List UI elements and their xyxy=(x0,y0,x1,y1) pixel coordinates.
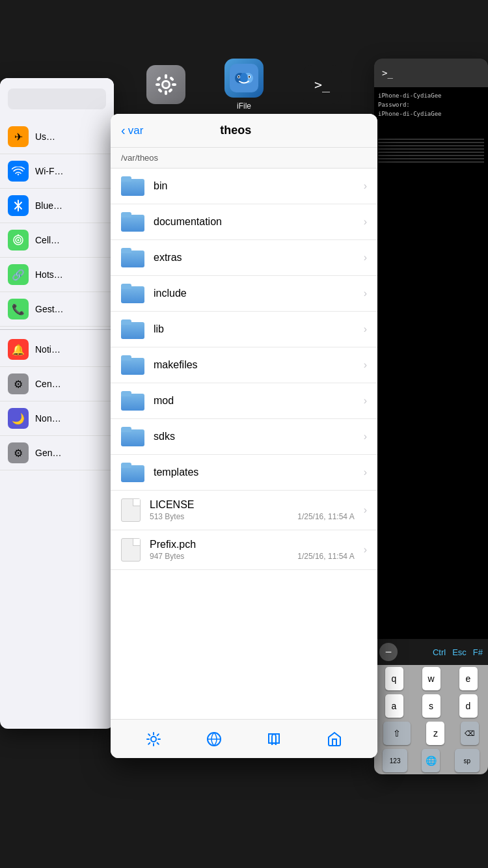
file-info: documentation xyxy=(154,216,355,228)
fn-btn[interactable]: F# xyxy=(473,647,483,657)
file-item-prefix[interactable]: Prefix.pch 947 Bytes 1/25/16, 11:54 A › xyxy=(111,530,377,570)
key-globe[interactable]: 🌐 xyxy=(422,749,440,772)
settings-icon-general: ⚙ xyxy=(8,442,29,463)
settings-item[interactable]: Blue… xyxy=(0,189,114,223)
file-name: include xyxy=(154,288,355,299)
svg-point-16 xyxy=(238,76,239,78)
file-icon xyxy=(121,538,141,562)
ifile-app-switcher[interactable]: iFile xyxy=(224,59,264,111)
svg-rect-5 xyxy=(172,83,176,86)
folder-item-sdks[interactable]: sdks › xyxy=(111,419,377,455)
settings-item[interactable]: ⚙ Gen… xyxy=(0,436,114,470)
settings-label: Hots… xyxy=(35,269,63,280)
settings-item[interactable]: Cell… xyxy=(0,223,114,258)
key-delete[interactable]: ⌫ xyxy=(461,722,479,745)
settings-icon-bluetooth xyxy=(8,195,29,216)
folder-icon xyxy=(121,355,144,375)
back-label: var xyxy=(128,124,144,137)
terminal-line xyxy=(378,155,484,156)
key-z[interactable]: z xyxy=(426,722,444,745)
settings-icon-control: ⚙ xyxy=(8,373,29,394)
minus-button[interactable]: − xyxy=(379,643,398,661)
keyboard-row-1: q w e xyxy=(374,665,488,692)
file-item-license[interactable]: LICENSE 513 Bytes 1/25/16, 11:54 A › xyxy=(111,491,377,530)
svg-rect-4 xyxy=(156,83,160,86)
file-info: templates xyxy=(154,467,355,478)
settings-item[interactable]: 🌙 Non… xyxy=(0,401,114,436)
key-q[interactable]: q xyxy=(385,667,403,690)
folder-item-include[interactable]: include › xyxy=(111,276,377,312)
file-date: 1/25/16, 11:54 A xyxy=(297,512,354,521)
settings-item[interactable]: ✈ Us… xyxy=(0,120,114,154)
folder-item-mod[interactable]: mod › xyxy=(111,383,377,419)
toolbar-gear[interactable] xyxy=(146,731,161,747)
settings-icon-cellular xyxy=(8,230,29,251)
terminal-line xyxy=(378,158,484,159)
settings-item[interactable]: Wi-F… xyxy=(0,154,114,189)
settings-icon-wifi xyxy=(8,161,29,182)
svg-point-22 xyxy=(151,737,156,742)
keyboard-area: − Ctrl Esc F# q w e a s d ⇧ z ⌫ 123 🌐 sp xyxy=(374,639,488,774)
file-list: bin › documentation › extras › include › xyxy=(111,169,377,728)
key-s[interactable]: s xyxy=(422,694,441,718)
file-name: extras xyxy=(154,252,355,264)
settings-label: Blue… xyxy=(35,200,62,211)
svg-rect-6 xyxy=(156,76,161,81)
key-space[interactable]: sp xyxy=(455,749,480,772)
file-name: lib xyxy=(154,323,355,335)
settings-item[interactable]: 🔔 Noti… xyxy=(0,332,114,367)
chevron-right-icon: › xyxy=(364,252,367,264)
settings-app-switcher[interactable] xyxy=(146,65,185,104)
folder-item-lib[interactable]: lib › xyxy=(111,312,377,347)
file-info: include xyxy=(154,288,355,299)
settings-item[interactable]: ⚙ Cen… xyxy=(0,367,114,401)
file-icon xyxy=(121,498,141,522)
terminal-line xyxy=(378,161,484,163)
ifile-panel: ‹ var theos /var/theos bin › documentati… xyxy=(111,114,377,758)
settings-icon-airplane: ✈ xyxy=(8,126,29,147)
key-e[interactable]: e xyxy=(459,667,478,690)
folder-icon xyxy=(121,319,144,339)
file-name: documentation xyxy=(154,216,355,228)
terminal-app-switcher[interactable]: >_ xyxy=(303,65,342,104)
chevron-right-icon: › xyxy=(364,323,367,335)
file-meta: 947 Bytes 1/25/16, 11:54 A xyxy=(150,552,355,561)
settings-icon xyxy=(146,65,185,104)
key-w[interactable]: w xyxy=(422,667,441,690)
file-name: LICENSE xyxy=(150,499,355,511)
toolbar-home[interactable] xyxy=(327,731,342,747)
ifile-app-label: iFile xyxy=(237,102,251,111)
terminal-title-bar: >_ xyxy=(374,59,488,87)
folder-item-templates[interactable]: templates › xyxy=(111,455,377,491)
svg-point-20 xyxy=(18,239,20,241)
file-info: makefiles xyxy=(154,359,355,371)
settings-label: Gen… xyxy=(35,448,61,458)
file-date: 1/25/16, 11:54 A xyxy=(297,552,354,561)
ifile-navbar: ‹ var theos xyxy=(111,114,377,148)
folder-item-documentation[interactable]: documentation › xyxy=(111,204,377,240)
chevron-right-icon: › xyxy=(364,467,367,478)
ctrl-btn[interactable]: Ctrl xyxy=(433,647,446,657)
settings-item[interactable]: 📞 Gest… xyxy=(0,292,114,327)
keyboard-row-4: 123 🌐 sp xyxy=(374,747,488,774)
chevron-right-icon: › xyxy=(364,504,367,516)
file-name: bin xyxy=(154,180,355,192)
file-name: mod xyxy=(154,395,355,407)
settings-label: Non… xyxy=(35,413,61,424)
folder-item-extras[interactable]: extras › xyxy=(111,240,377,276)
settings-item[interactable]: 🔗 Hots… xyxy=(0,258,114,292)
settings-header xyxy=(0,78,114,120)
folder-item-bin[interactable]: bin › xyxy=(111,169,377,204)
back-button[interactable]: ‹ var xyxy=(121,123,143,138)
key-d[interactable]: d xyxy=(459,694,478,718)
toolbar-globe[interactable] xyxy=(206,731,222,747)
key-a[interactable]: a xyxy=(385,694,403,718)
folder-item-makefiles[interactable]: makefiles › xyxy=(111,347,377,383)
key-123[interactable]: 123 xyxy=(383,749,407,772)
svg-rect-7 xyxy=(169,76,174,81)
terminal-icon-text: >_ xyxy=(314,77,330,92)
toolbar-book[interactable] xyxy=(266,731,282,747)
esc-btn[interactable]: Esc xyxy=(452,647,467,657)
key-shift[interactable]: ⇧ xyxy=(383,722,411,745)
folder-icon xyxy=(121,463,144,482)
